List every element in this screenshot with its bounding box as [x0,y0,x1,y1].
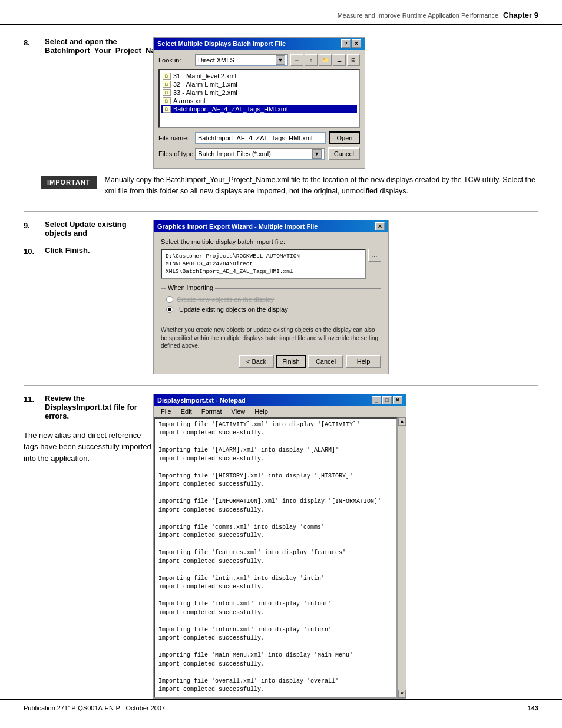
step-8-row: 8. Select and open the BatchImport_Your_… [24,37,538,171]
open-button[interactable]: Open [329,131,360,144]
back-btn-icon[interactable]: ← [290,54,303,66]
xml-file-icon-selected: 🗋 [163,106,171,113]
list-view-icon[interactable]: ☰ [333,54,346,66]
xml-file-icon: 🗋 [163,81,171,88]
notepad-content[interactable]: Importing file '[ACTIVITY].xml' into dis… [154,417,398,698]
minimize-icon[interactable]: _ [372,396,381,404]
cancel-button[interactable]: Cancel [308,355,343,368]
file-item[interactable]: 🗋 33 - Alarm Limit_2.xml [161,88,357,97]
separator2 [24,385,538,386]
filetype-combo[interactable]: Batch Import Files (*.xml) ▼ [195,148,324,160]
details-view-icon[interactable]: ⊞ [347,54,360,66]
close-icon[interactable]: ✕ [393,396,402,404]
back-button[interactable]: < Back [239,355,274,368]
menu-edit[interactable]: Edit [176,407,197,416]
notepad-wrapper: DisplaysImport.txt - Notepad _ □ ✕ File … [153,394,538,701]
when-importing-group: When importing Create new objects on the… [161,288,381,321]
menu-format[interactable]: Format [197,407,227,416]
xml-file-icon: 🗋 [163,97,171,104]
graphics-dialog-wrapper: Graphics Import Export Wizard - Multiple… [153,220,538,377]
look-in-value: Direct XMLS [198,57,234,64]
file-item-selected[interactable]: 🗋 BatchImport_AE_4_ZAL_Tags_HMI.xml [161,105,357,113]
step-10-text: Click Finish. [45,246,153,255]
file-item[interactable]: 🗋 31 - Maint_level 2.xml [161,72,357,80]
steps-9-10-col: 9. Select Update existing objects and 10… [24,220,153,256]
nav-btn-row: < Back Finish Cancel Help [161,355,381,368]
radio-update-icon[interactable] [166,306,173,313]
filetype-row: Files of type: Batch Import Files (*.xml… [158,147,360,160]
steps-9-10-row: 9. Select Update existing objects and 10… [24,220,538,377]
graphics-dialog-title: Graphics Import Export Wizard - Multiple… [157,223,318,230]
file-item[interactable]: 🗋 Alarms.xml [161,97,357,105]
close-icon[interactable]: ✕ [375,222,385,230]
scroll-down-icon[interactable]: ▼ [398,690,406,698]
notepad-titlebar-buttons: _ □ ✕ [372,396,402,404]
new-folder-icon[interactable]: 📁 [319,54,332,66]
notepad-menubar: File Edit Format View Help [154,406,406,417]
step-8-text: Select and open the BatchImport_Your_Pro… [45,37,153,55]
finish-button[interactable]: Finish [276,355,306,368]
file-dialog-window: Select Multiple Displays Batch Import Fi… [153,37,365,169]
look-in-combo[interactable]: Direct XMLS ▼ [195,54,288,66]
file-list: 🗋 31 - Maint_level 2.xml 🗋 32 - Alarm Li… [158,69,360,128]
filename-input[interactable] [195,132,326,144]
browse-button[interactable]: ... [368,249,381,262]
file-dialog-title: Select Multiple Displays Batch Import Fi… [157,40,286,47]
combo-arrow-icon[interactable]: ▼ [276,55,285,65]
page-footer: Publication 2711P-QS001A-EN-P - October … [0,699,562,716]
notepad-window: DisplaysImport.txt - Notepad _ □ ✕ File … [153,394,406,699]
filetype-arrow-icon[interactable]: ▼ [312,149,322,159]
radio-create-label: Create new objects on the display [177,296,274,303]
radio-update-label: Update existing objects on the display [177,305,290,314]
step-10-label: 10. [24,246,41,256]
filename-label: File name: [158,134,195,141]
file-dialog-titlebar: Select Multiple Displays Batch Import Fi… [154,38,365,50]
step-11-text: Review the DisplaysImport.txt file for e… [45,394,153,420]
menu-view[interactable]: View [227,407,250,416]
separator [24,211,538,212]
graphics-titlebar-btns: ✕ [375,222,385,230]
path-box: D:\Customer Projects\ROCKWELL AUTOMATION… [161,249,366,279]
filetype-value: Batch Import Files (*.xml) [198,150,270,157]
notepad-titlebar: DisplaysImport.txt - Notepad _ □ ✕ [154,394,406,406]
up-folder-icon[interactable]: ↑ [305,54,318,66]
menu-help[interactable]: Help [250,407,273,416]
file-item[interactable]: 🗋 32 - Alarm Limit_1.xml [161,80,357,88]
header-subtitle: Measure and Improve Runtime Application … [338,12,498,19]
group-label: When importing [166,284,215,291]
file-dialog-body: Look in: Direct XMLS ▼ ← ↑ 📁 ☰ ⊞ [154,50,365,168]
cancel-button[interactable]: Cancel [328,147,360,160]
step-8-dialog: Select Multiple Displays Batch Import Fi… [153,37,538,171]
radio-create-icon[interactable] [166,296,173,303]
step-9-label: 9. [24,220,41,230]
look-in-label: Look in: [158,57,195,64]
close-icon[interactable]: ✕ [352,39,361,48]
titlebar-buttons: ? ✕ [341,39,361,48]
help-icon[interactable]: ? [341,39,351,48]
look-in-row: Look in: Direct XMLS ▼ ← ↑ 📁 ☰ ⊞ [158,54,360,66]
step-11-label: 11. [24,394,41,404]
important-section: IMPORTANT Manually copy the BatchImport_… [24,174,538,197]
important-badge: IMPORTANT [41,176,97,189]
step-11b-text: The new alias and direct reference tags … [24,430,153,465]
help-button[interactable]: Help [346,355,381,368]
xml-file-icon: 🗋 [163,89,171,96]
graphics-note: Whether you create new objects or update… [161,326,381,350]
step-8-text-col: 8. Select and open the BatchImport_Your_… [24,37,153,55]
radio-row-1: Create new objects on the display [166,296,376,303]
toolbar-buttons: ← ↑ 📁 ☰ ⊞ [290,54,360,66]
page-content: 8. Select and open the BatchImport_Your_… [0,25,562,723]
header-chapter: Chapter 9 [503,11,538,19]
graphics-dialog-titlebar: Graphics Import Export Wizard - Multiple… [154,220,388,232]
filetype-label: Files of type: [158,150,195,157]
scroll-up-icon[interactable]: ▲ [398,417,406,426]
step-11-row: 11. Review the DisplaysImport.txt file f… [24,394,538,701]
menu-file[interactable]: File [156,407,176,416]
xml-file-icon: 🗋 [163,73,171,80]
path-row: D:\Customer Projects\ROCKWELL AUTOMATION… [161,249,381,284]
scrollbar[interactable]: ▲ ▼ [398,417,406,698]
notepad-body: Importing file '[ACTIVITY].xml' into dis… [154,417,406,698]
filename-row: File name: Open [158,131,360,144]
maximize-icon[interactable]: □ [382,396,392,404]
page-header: Measure and Improve Runtime Application … [0,0,562,25]
